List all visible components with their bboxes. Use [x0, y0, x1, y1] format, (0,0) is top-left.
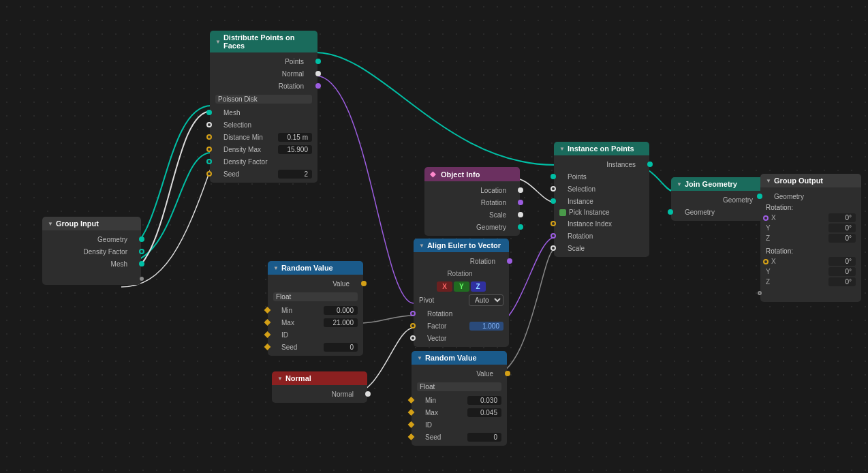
- rv2-max-socket[interactable]: [408, 409, 415, 416]
- normal-title: Normal: [285, 374, 311, 382]
- pick-checkbox[interactable]: [559, 209, 566, 216]
- collapse-arrow[interactable]: ▼: [215, 39, 221, 45]
- rv2-type-row: Float: [412, 380, 507, 394]
- obj-location-row: Location: [424, 184, 520, 196]
- obj-rotation-socket[interactable]: [518, 200, 523, 205]
- iop-rot-socket[interactable]: [551, 233, 556, 239]
- align-xyz-buttons: X Y Z: [414, 280, 509, 293]
- rv2-seed-socket[interactable]: [408, 433, 415, 440]
- collapse-arrow[interactable]: ▼: [273, 265, 279, 271]
- pivot-select[interactable]: Auto: [469, 294, 503, 306]
- go-geo-socket[interactable]: [757, 194, 762, 199]
- collapse-arrow[interactable]: ▼: [48, 221, 53, 227]
- normal-out-row: Normal: [272, 388, 367, 400]
- densfac-socket[interactable]: [206, 159, 212, 164]
- rv2-id-socket[interactable]: [408, 421, 415, 428]
- align-vector-socket[interactable]: [410, 335, 416, 341]
- mesh-output-socket[interactable]: [139, 261, 144, 266]
- iop-points-socket[interactable]: [551, 174, 556, 179]
- go-bottom-socket[interactable]: [758, 291, 762, 295]
- selection-socket[interactable]: [206, 122, 212, 127]
- dist-mesh-row: Mesh: [210, 106, 317, 119]
- rv1-min-socket[interactable]: [264, 307, 271, 314]
- density-output-socket[interactable]: [139, 249, 144, 254]
- align-rot-in-socket[interactable]: [410, 311, 416, 316]
- align-factor-socket[interactable]: [410, 323, 416, 329]
- rv1-title: Random Value: [281, 264, 333, 272]
- iop-instidx-row: Instance Index: [554, 217, 649, 230]
- rot1-x-socket[interactable]: [763, 215, 769, 221]
- iop-inst-label: Instance: [559, 198, 644, 205]
- rot2-z-val: 0°: [828, 277, 856, 286]
- collapse-arrow[interactable]: ▼: [559, 146, 565, 152]
- rv2-min-row: Min 0.030: [412, 394, 507, 406]
- points-socket[interactable]: [315, 59, 321, 64]
- group-output-title: Group Output: [774, 177, 823, 185]
- normal-out-socket[interactable]: [365, 391, 371, 397]
- join-geo-out-label: Geometry: [677, 196, 761, 204]
- obj-scale-socket[interactable]: [518, 212, 523, 217]
- rv1-seed-socket[interactable]: [264, 344, 271, 350]
- distmin-socket[interactable]: [206, 134, 212, 140]
- go-geometry-row: Geometry: [760, 190, 861, 202]
- rv1-val-out-socket[interactable]: [361, 281, 367, 286]
- extra-socket[interactable]: [140, 277, 144, 281]
- normal-socket[interactable]: [315, 71, 321, 76]
- align-header: ▼ Align Euler to Vector: [414, 239, 509, 252]
- seed-socket[interactable]: [206, 171, 212, 177]
- densmax-socket[interactable]: [206, 147, 212, 152]
- rv2-val-out-socket[interactable]: [505, 371, 510, 376]
- group-input-geometry-row: Geometry: [42, 233, 141, 245]
- align-rot-out-socket[interactable]: [507, 258, 512, 264]
- collapse-arrow[interactable]: ▼: [417, 355, 422, 361]
- instances-socket[interactable]: [647, 162, 653, 167]
- collapse-arrow[interactable]: ▼: [419, 243, 424, 249]
- collapse-arrow[interactable]: ▼: [766, 178, 771, 184]
- seed-value: 2: [278, 170, 312, 179]
- collapse-arrow[interactable]: ▼: [677, 181, 682, 187]
- group-output-body: Geometry Rotation: X 0° Y 0° Z 0° Rotati…: [760, 187, 861, 302]
- rot2-x-socket[interactable]: [763, 259, 769, 264]
- rv1-max-val: 21.000: [324, 318, 358, 327]
- iop-pick-row: Pick Instance: [554, 207, 649, 217]
- pick-label: Pick Instance: [569, 209, 609, 216]
- mesh-in-socket[interactable]: [206, 110, 212, 115]
- node-object-info: ◆ Object Info Location Rotation Scale Ge…: [424, 167, 520, 236]
- rotation-section1-label: Rotation:: [760, 202, 861, 213]
- densmax-value: 15.900: [278, 145, 312, 154]
- rv2-type-select[interactable]: Float: [417, 382, 501, 391]
- distribute-header: ▼ Distribute Points on Faces: [210, 31, 317, 52]
- z-button[interactable]: Z: [471, 281, 486, 292]
- normal-body: Normal: [272, 385, 367, 403]
- rotation-output-socket[interactable]: [315, 83, 321, 89]
- densmax-label: Density Max: [215, 146, 278, 153]
- iop-inst-socket[interactable]: [551, 198, 556, 204]
- obj-geometry-socket[interactable]: [518, 224, 523, 230]
- rot1-z-val: 0°: [828, 234, 856, 243]
- mesh-in-label: Mesh: [215, 109, 312, 117]
- y-button[interactable]: Y: [454, 281, 469, 292]
- iop-instance-row: Instance: [554, 195, 649, 207]
- dist-densmax-row: Density Max 15.900: [210, 143, 317, 155]
- iop-scale-socket[interactable]: [551, 245, 556, 251]
- rv1-min-row: Min 0.000: [268, 304, 363, 316]
- rv1-id-socket[interactable]: [264, 331, 271, 338]
- object-info-header: ◆ Object Info: [424, 167, 520, 181]
- geometry-output-socket[interactable]: [139, 236, 144, 242]
- node-join-geometry: ▼ Join Geometry Geometry Geometry: [671, 177, 766, 221]
- mode-select[interactable]: Poisson Disk: [215, 95, 312, 104]
- iop-instidx-socket[interactable]: [551, 221, 556, 226]
- rv1-type-select[interactable]: Float: [273, 292, 358, 301]
- iop-title: Instance on Points: [568, 144, 634, 153]
- rv2-min-socket[interactable]: [408, 397, 415, 403]
- rv2-max-val: 0.045: [467, 408, 501, 417]
- join-geo-in-socket[interactable]: [668, 209, 673, 215]
- rv1-max-label: Max: [273, 319, 324, 326]
- collapse-arrow[interactable]: ▼: [277, 376, 283, 382]
- location-socket[interactable]: [518, 187, 523, 193]
- pivot-row: Pivot Auto: [414, 293, 509, 307]
- x-button[interactable]: X: [437, 281, 452, 292]
- selection-label: Selection: [215, 121, 312, 129]
- rv1-max-socket[interactable]: [264, 319, 271, 326]
- iop-sel-socket[interactable]: [551, 186, 556, 192]
